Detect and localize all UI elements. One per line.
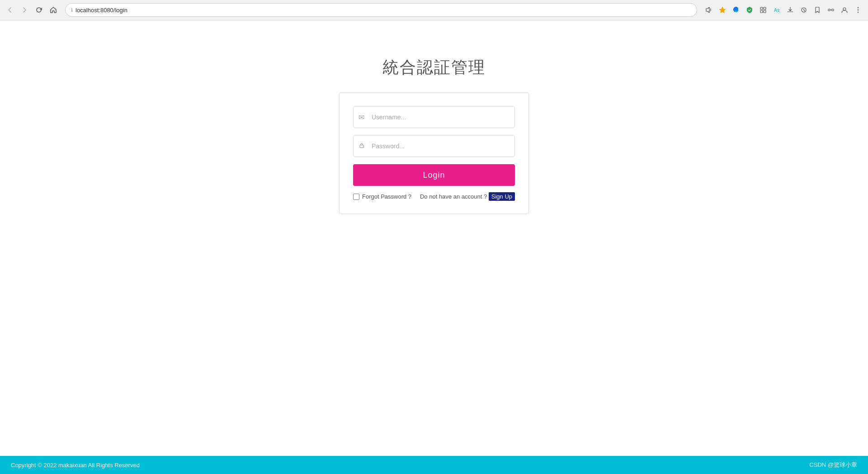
username-wrapper xyxy=(353,106,515,128)
svg-text:文: 文 xyxy=(777,9,780,13)
password-wrapper xyxy=(353,135,515,157)
bookmarks-icon[interactable] xyxy=(811,4,824,16)
signup-section: Do not have an account ? Sign Up xyxy=(420,193,515,200)
no-account-text: Do not have an account ? xyxy=(420,193,487,200)
browser-toolbar: ℹ localhost:8080/login xyxy=(0,0,868,20)
svg-rect-1 xyxy=(760,7,763,9)
login-button[interactable]: Login xyxy=(353,164,515,186)
forgot-password-label[interactable]: Forgot Password ? xyxy=(362,193,411,200)
svg-rect-2 xyxy=(764,7,766,9)
svg-marker-0 xyxy=(720,7,725,13)
svg-point-10 xyxy=(843,8,846,10)
home-button[interactable] xyxy=(47,4,60,16)
bottom-row: Forgot Password ? Do not have an account… xyxy=(353,193,515,200)
browser-chrome: ℹ localhost:8080/login xyxy=(0,0,868,20)
download-icon[interactable] xyxy=(784,4,797,16)
favorites-icon[interactable] xyxy=(716,4,729,16)
svg-rect-4 xyxy=(764,10,766,13)
profile-icon[interactable] xyxy=(838,4,851,16)
reload-button[interactable] xyxy=(33,4,45,16)
address-bar[interactable]: ℹ localhost:8080/login xyxy=(65,3,697,17)
read-aloud-icon[interactable] xyxy=(703,4,715,16)
more-menu-icon[interactable] xyxy=(852,4,864,16)
password-input[interactable] xyxy=(353,135,515,157)
svg-rect-9 xyxy=(832,9,834,11)
security-icon[interactable] xyxy=(743,4,756,16)
forward-button[interactable] xyxy=(18,4,31,16)
forgot-password-checkbox[interactable] xyxy=(353,194,359,200)
address-text: localhost:8080/login xyxy=(75,7,691,14)
footer-copyright: Copyright © 2022 makaixuan All Rights Re… xyxy=(11,462,140,469)
login-card: Login Forgot Password ? Do not have an a… xyxy=(339,92,529,214)
svg-point-11 xyxy=(858,7,859,8)
page-content: 統合認証管理 Login Forgot Password ? xyxy=(0,20,868,456)
refresh-icon[interactable] xyxy=(797,4,810,16)
edge-icon[interactable] xyxy=(730,4,742,16)
svg-rect-8 xyxy=(828,9,830,11)
translator-icon[interactable]: A 文 xyxy=(770,4,783,16)
footer-brand: CSDN @篮球小章 xyxy=(809,461,857,469)
address-lock-icon: ℹ xyxy=(71,7,73,13)
back-button[interactable] xyxy=(4,4,16,16)
svg-rect-3 xyxy=(760,10,763,13)
signup-link[interactable]: Sign Up xyxy=(489,192,515,201)
footer: Copyright © 2022 makaixuan All Rights Re… xyxy=(0,456,868,474)
collections-icon[interactable] xyxy=(757,4,769,16)
toolbar-actions: A 文 xyxy=(703,4,864,16)
extensions-icon[interactable] xyxy=(825,4,837,16)
svg-point-12 xyxy=(858,9,859,10)
page-title: 統合認証管理 xyxy=(382,57,486,79)
forgot-password-section: Forgot Password ? xyxy=(353,193,411,200)
svg-point-13 xyxy=(858,12,859,13)
username-input[interactable] xyxy=(353,106,515,128)
